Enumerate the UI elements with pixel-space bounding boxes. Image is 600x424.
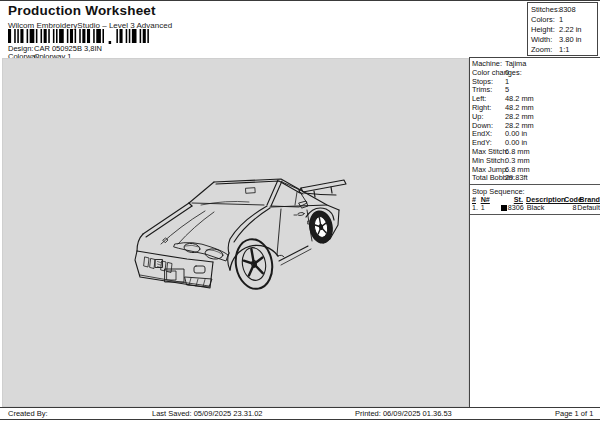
machine-stat-row: Trims:5 — [472, 86, 600, 95]
thread-color-swatch — [501, 205, 507, 211]
summary-stat-row: Zoom:1:1 — [531, 45, 597, 55]
stop-needle: 1 — [481, 204, 496, 212]
car-line-art — [131, 165, 351, 295]
top-rule — [0, 0, 600, 1]
stop-num: 1. — [472, 204, 481, 212]
printed-text: Printed: 06/09/2025 01.36.53 — [355, 409, 452, 418]
bottom-rule — [0, 419, 600, 420]
stop-brand: Default — [577, 204, 600, 212]
stat-label: Width: — [531, 35, 559, 45]
summary-stat-row: Width:3.80 in — [531, 35, 597, 45]
stat-value: 3.80 in — [559, 35, 582, 45]
summary-stat-row: Height:2.22 in — [531, 25, 597, 35]
stop-code: 8 — [564, 204, 577, 212]
machine-info-panel: Machine:TajimaColor changes:0Stops:1Trim… — [469, 57, 600, 407]
stop-sequence-row: 1. 1 8306 Black 8 Default — [470, 204, 600, 212]
created-by-label: Created By: — [8, 409, 48, 418]
stop-stitches: 8306 — [495, 204, 523, 212]
machine-stat-row: Total Bobbin:29.83ft — [472, 174, 600, 183]
page-title: Production Worksheet — [8, 3, 156, 18]
stitch-count: 8306 — [508, 204, 524, 212]
production-worksheet-page: Production Worksheet Wilcom EmbroiderySt… — [0, 0, 600, 424]
stat-label: Stitches: — [531, 5, 559, 15]
stop-sequence-rows: 1. 1 8306 Black 8 Default — [470, 204, 600, 215]
stat-value: 8308 — [559, 5, 576, 15]
stat-value: 29.83ft — [505, 174, 528, 183]
summary-stat-row: Stitches:8308 — [531, 5, 597, 15]
stat-label: Total Bobbin: — [472, 174, 505, 183]
stat-value: 1:1 — [559, 45, 569, 55]
last-saved-text: Last Saved: 05/09/2025 23.31.02 — [152, 409, 263, 418]
stat-label: Zoom: — [531, 45, 559, 55]
stop-sequence-title: Stop Sequence: — [470, 185, 600, 195]
machine-stats: Machine:TajimaColor changes:0Stops:1Trim… — [470, 58, 600, 185]
machine-stat-row: Left:48.2 mm — [472, 95, 600, 104]
stat-label: Colors: — [531, 15, 559, 25]
stop-description: Black — [524, 204, 564, 212]
stat-value: 1 — [559, 15, 563, 25]
page-number: Page 1 of 1 — [555, 409, 593, 418]
stat-label: Height: — [531, 25, 559, 35]
design-summary-box: Stitches:8308Colors:1Height:2.22 inWidth… — [527, 2, 598, 56]
footer-top-rule — [0, 407, 600, 408]
stat-value: 2.22 in — [559, 25, 582, 35]
barcode-icon — [8, 29, 152, 44]
summary-stat-row: Colors:1 — [531, 15, 597, 25]
design-preview-canvas — [2, 58, 469, 407]
machine-stat-row: Right:48.2 mm — [472, 104, 600, 113]
